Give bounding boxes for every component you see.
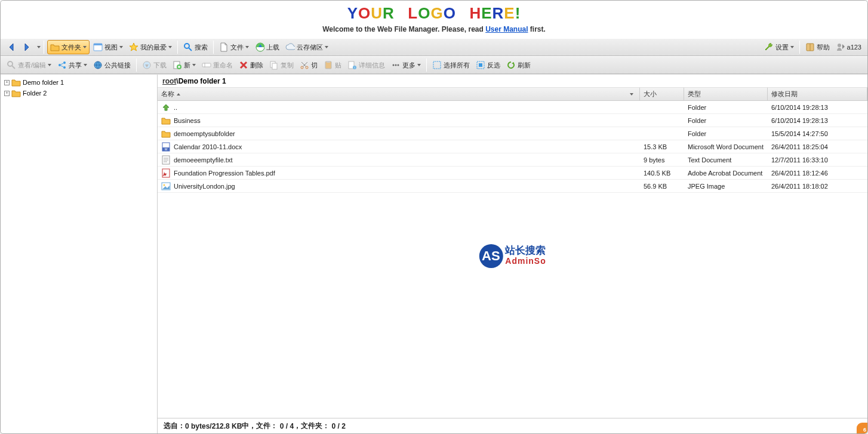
grid-row[interactable]: demoeeemptyfile.txt9 bytesText Document1…	[158, 153, 867, 167]
cloud-dropdown[interactable]: 云存储区	[283, 40, 331, 54]
download-button[interactable]: 下载	[140, 58, 169, 72]
svg-marker-0	[10, 44, 13, 51]
column-type[interactable]: 类型	[684, 88, 768, 100]
refresh-icon	[506, 60, 516, 70]
copy-button[interactable]: 复制	[267, 58, 296, 72]
cell-type: Folder	[684, 104, 768, 111]
svg-rect-45	[433, 61, 441, 69]
user-icon	[836, 42, 845, 52]
cut-button[interactable]: 切	[297, 58, 320, 72]
svg-marker-12	[842, 44, 845, 49]
svg-point-11	[838, 44, 841, 47]
settings-label: 设置	[775, 43, 789, 52]
file-dropdown[interactable]: 文件	[217, 40, 251, 54]
upload-button[interactable]: 上载	[253, 40, 282, 54]
svg-marker-1	[25, 44, 29, 51]
watermark-en: AdminSo	[505, 257, 546, 266]
public-links-label: 公共链接	[104, 61, 131, 70]
grid-row[interactable]: UniversityLondon.jpg56.9 KBJPEG Image26/…	[158, 180, 867, 193]
new-dropdown[interactable]: 新	[170, 58, 198, 72]
svg-point-44	[398, 64, 399, 66]
folder-icon	[11, 88, 21, 98]
cell-size: 9 bytes	[640, 156, 684, 164]
header-area: YOUR LOGO HERE! Welcome to the Web File …	[1, 1, 867, 38]
welcome-text: Welcome to the Web File Manager. Please,…	[1, 23, 867, 37]
status-files-label: 文件：	[256, 421, 278, 431]
details-button[interactable]: i 详细信息	[345, 58, 387, 72]
svg-point-13	[8, 61, 13, 66]
share-dropdown[interactable]: 共享	[55, 58, 90, 72]
cell-name: ..	[158, 103, 640, 112]
user-manual-link[interactable]: User Manual	[485, 25, 528, 33]
cell-name: demoemptysubfolder	[158, 129, 640, 138]
favorites-dropdown[interactable]: 我的最爱	[127, 40, 174, 54]
tree-item[interactable]: + Demo folder 1	[3, 77, 155, 88]
expand-icon[interactable]: +	[4, 91, 10, 96]
select-all-label: 选择所有	[444, 61, 470, 70]
breadcrumb-root[interactable]: root	[162, 77, 176, 85]
new-label: 新	[184, 61, 190, 70]
cloud-label: 云存储区	[297, 43, 323, 52]
search-button[interactable]: 搜索	[181, 40, 210, 54]
nav-dropdown-icon[interactable]	[37, 46, 41, 48]
file-name: Business	[174, 117, 201, 124]
logo: YOUR LOGO HERE!	[347, 4, 521, 23]
nav-forward-button[interactable]	[20, 40, 34, 54]
star-icon	[129, 42, 138, 52]
share-label: 共享	[69, 61, 82, 70]
delete-button[interactable]: 删除	[236, 58, 266, 72]
invert-selection-button[interactable]: 反选	[473, 58, 503, 72]
column-menu-icon[interactable]	[626, 93, 636, 96]
cell-name: Foundation Progression Tables.pdf	[158, 168, 640, 178]
cell-type: Folder	[684, 130, 768, 137]
expand-icon[interactable]: +	[4, 80, 10, 85]
help-button[interactable]: 帮助	[803, 40, 832, 54]
grid-row[interactable]: BusinessFolder6/10/2014 19:28:13	[158, 114, 867, 127]
grid-row[interactable]: Foundation Progression Tables.pdf140.5 K…	[158, 167, 867, 180]
upload-label: 上载	[266, 43, 279, 52]
column-name[interactable]: 名称	[158, 88, 640, 100]
grid-row[interactable]: demoemptysubfolderFolder15/5/2014 14:27:…	[158, 127, 867, 140]
view-edit-dropdown[interactable]: 查看/编辑	[4, 58, 54, 72]
chevron-left-icon	[7, 42, 16, 52]
file-name: demoeeemptyfile.txt	[174, 156, 232, 164]
nav-back-button[interactable]	[4, 40, 19, 54]
column-size[interactable]: 大小	[640, 88, 684, 100]
separator	[799, 41, 800, 54]
view-dropdown[interactable]: 视图	[91, 40, 125, 54]
content-area: + Demo folder 1 + Folder 2 root\Demo fol…	[1, 74, 867, 433]
svg-marker-4	[130, 43, 138, 51]
refresh-button[interactable]: 刷新	[504, 58, 533, 72]
grid-body[interactable]: ..Folder6/10/2014 19:28:13BusinessFolder…	[158, 101, 867, 418]
watermark-cn: 站长搜索	[505, 245, 546, 257]
paste-button[interactable]: 贴	[321, 58, 344, 72]
settings-dropdown[interactable]: 设置	[762, 40, 796, 54]
grid-row[interactable]: WCalendar 2010-11.docx15.3 KBMicrosoft W…	[158, 140, 867, 153]
tree-item[interactable]: + Folder 2	[3, 88, 155, 99]
folder-label: 文件夹	[61, 43, 81, 52]
folder-dropdown[interactable]: 文件夹	[47, 40, 90, 54]
cut-label: 切	[311, 61, 318, 70]
svg-point-42	[393, 64, 395, 66]
chevron-down-icon	[83, 46, 87, 48]
magnifier-icon	[7, 60, 16, 70]
svg-rect-32	[272, 63, 277, 69]
public-links-button[interactable]: 公共链接	[91, 58, 133, 72]
delete-icon	[239, 60, 248, 70]
folder-icon	[11, 78, 21, 87]
file-grid: 名称 大小 类型 修改日期 ..Folder6/10/2014 19:28:13…	[158, 88, 867, 418]
cell-type: Folder	[684, 117, 768, 124]
book-icon	[805, 42, 815, 52]
rename-button[interactable]: 重命名	[199, 58, 235, 72]
cell-type: JPEG Image	[684, 183, 768, 190]
select-all-button[interactable]: 选择所有	[430, 58, 472, 72]
file-name: UniversityLondon.jpg	[174, 183, 235, 190]
globe-icon	[93, 60, 103, 70]
grid-row[interactable]: ..Folder6/10/2014 19:28:13	[158, 101, 867, 114]
user-menu[interactable]: a123	[833, 40, 864, 54]
column-date[interactable]: 修改日期	[768, 88, 867, 100]
column-date-label: 修改日期	[771, 90, 798, 99]
more-dropdown[interactable]: 更多	[389, 58, 423, 72]
svg-line-6	[189, 48, 192, 51]
more-icon	[391, 60, 401, 70]
